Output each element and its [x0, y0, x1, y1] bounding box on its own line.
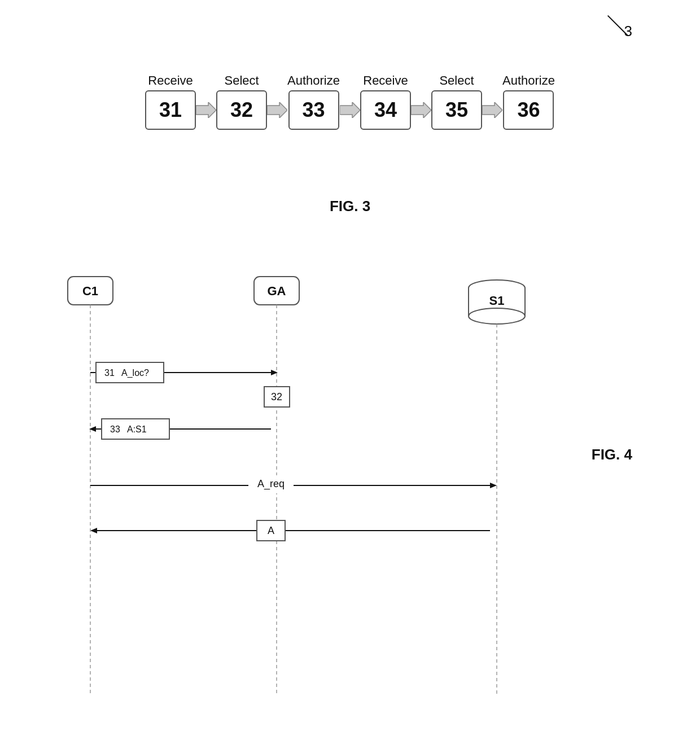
flow-item-36: Authorize 36 — [502, 73, 555, 130]
flow-box-31: 31 — [145, 90, 196, 130]
svg-marker-3 — [411, 102, 431, 118]
flow-label-36: Authorize — [502, 73, 555, 88]
svg-text:GA: GA — [268, 284, 286, 298]
fig4-svg: C1 GA S1 31 A_loc? 32 33 A:S1 — [34, 271, 655, 700]
flow-label-31: Receive — [145, 73, 196, 88]
svg-text:C1: C1 — [82, 284, 98, 298]
flow-label-35: Select — [431, 73, 482, 88]
flow-box-34: 34 — [360, 90, 411, 130]
svg-text:A_req: A_req — [257, 478, 285, 490]
flow-item-33: Authorize 33 — [287, 73, 340, 130]
arrow-4 — [411, 102, 431, 118]
svg-marker-31 — [490, 483, 497, 488]
fig3-caption: FIG. 3 — [0, 198, 700, 215]
svg-marker-1 — [267, 102, 287, 118]
svg-marker-2 — [340, 102, 360, 118]
flow-item-31: Receive 31 — [145, 73, 196, 130]
arrow-2 — [267, 102, 287, 118]
svg-marker-4 — [482, 102, 502, 118]
svg-text:S1: S1 — [489, 294, 505, 308]
svg-text:32: 32 — [271, 391, 282, 402]
flow-label-34: Receive — [360, 73, 411, 88]
arrow-5 — [482, 102, 502, 118]
fig4-caption: FIG. 4 — [592, 446, 632, 463]
svg-point-13 — [469, 308, 525, 324]
flow-box-36: 36 — [503, 90, 554, 130]
svg-text:A:S1: A:S1 — [127, 424, 147, 434]
flow-box-35: 35 — [431, 90, 482, 130]
flow-item-34: Receive 34 — [360, 73, 411, 130]
fig4-sequence-diagram: FIG. 4 C1 GA S1 31 A_loc? 32 — [34, 271, 666, 723]
svg-text:31: 31 — [104, 368, 115, 378]
svg-text:33: 33 — [110, 424, 120, 434]
reference-number-3: 3 — [624, 23, 632, 40]
svg-marker-35 — [90, 528, 97, 533]
flow-label-32: Select — [216, 73, 267, 88]
svg-marker-0 — [196, 102, 216, 118]
svg-text:A_loc?: A_loc? — [121, 368, 149, 378]
flow-item-35: Select 35 — [431, 73, 482, 130]
fig3-flow-diagram: Receive 31 Select 32 Authorize 33 Receiv… — [23, 73, 677, 130]
arrow-3 — [340, 102, 360, 118]
flow-label-33: Authorize — [287, 73, 340, 88]
arrow-1 — [196, 102, 216, 118]
flow-box-33: 33 — [288, 90, 339, 130]
flow-box-32: 32 — [216, 90, 267, 130]
svg-text:A: A — [268, 525, 274, 536]
flow-item-32: Select 32 — [216, 73, 267, 130]
